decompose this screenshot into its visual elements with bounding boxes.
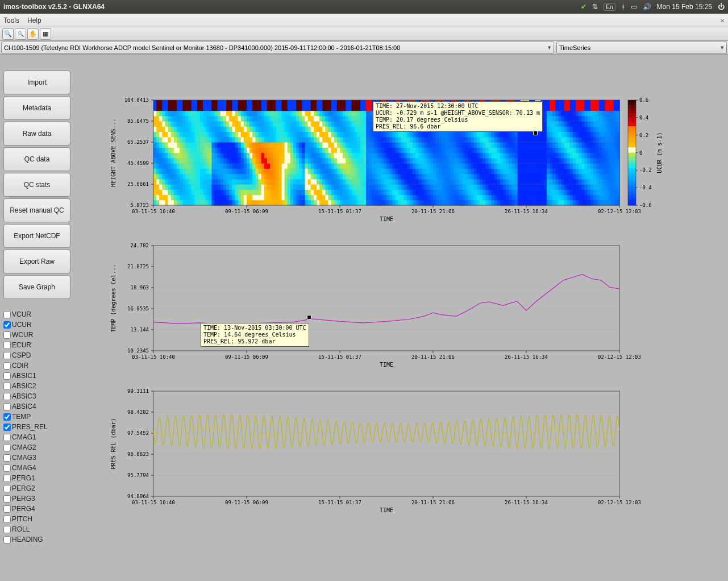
menu-tools[interactable]: Tools [3,16,19,24]
variable-checkbox[interactable] [3,331,11,339]
variable-item-pres_rel[interactable]: PRES_REL [3,422,83,432]
variable-item-temp[interactable]: TEMP [3,412,83,422]
variable-item-absic2[interactable]: ABSIC2 [3,381,83,391]
svg-rect-2623 [535,184,538,190]
zoom-in-icon[interactable]: 🔍 [2,28,14,40]
svg-rect-2550 [523,147,527,153]
variable-item-pitch[interactable]: PITCH [3,514,83,524]
variable-checkbox[interactable] [3,434,11,441]
svg-rect-1075 [308,121,311,127]
qc-data-button[interactable]: QC data [3,147,70,171]
variable-checkbox[interactable] [3,311,11,318]
variable-item-heading[interactable]: HEADING [3,534,83,545]
variable-item-perg2[interactable]: PERG2 [3,483,83,493]
variable-item-vcur[interactable]: VCUR [3,309,83,319]
variable-checkbox[interactable] [3,383,11,390]
variable-item-roll[interactable]: ROLL [3,524,83,534]
svg-rect-298 [194,105,198,111]
export-raw-button[interactable]: Export Raw [3,250,70,273]
menu-help[interactable]: Help [27,16,41,24]
svg-rect-3124 [608,179,611,185]
svg-rect-18 [153,105,157,111]
svg-rect-2380 [500,200,504,206]
svg-rect-1156 [319,116,323,122]
svg-rect-748 [261,158,265,164]
svg-rect-2608 [532,158,535,164]
variable-item-absic3[interactable]: ABSIC3 [3,391,83,401]
variable-checkbox[interactable] [3,362,11,370]
svg-rect-599 [238,100,242,106]
svg-rect-2908 [576,158,579,164]
variable-item-ecur[interactable]: ECUR [3,340,83,350]
svg-rect-3157 [611,111,614,117]
svg-rect-2880 [573,200,576,206]
svg-rect-1242 [334,189,338,195]
variable-item-perg4[interactable]: PERG4 [3,504,83,514]
svg-rect-1468 [366,158,369,164]
svg-rect-956 [290,116,294,122]
variable-checkbox[interactable] [3,485,11,492]
variable-checkbox[interactable] [3,413,11,421]
variable-checkbox[interactable] [3,536,11,543]
variable-checkbox[interactable] [3,424,11,431]
variable-item-wcur[interactable]: WCUR [3,330,83,340]
variable-checkbox[interactable] [3,495,11,503]
variable-checkbox[interactable] [3,372,11,380]
variable-item-cmag2[interactable]: CMAG2 [3,442,83,453]
reset-qc-button[interactable]: Reset manual QC [3,198,70,222]
variable-item-cmag4[interactable]: CMAG4 [3,463,83,473]
svg-rect-799 [267,100,271,106]
variable-item-ucur[interactable]: UCUR [3,319,83,330]
variable-checkbox[interactable] [3,444,11,451]
svg-rect-2465 [511,174,515,180]
save-graph-button[interactable]: Save Graph [3,275,70,299]
variable-checkbox[interactable] [3,505,11,513]
variable-checkbox[interactable] [3,342,11,349]
svg-rect-1098 [311,105,314,111]
svg-rect-2871 [570,142,573,148]
variable-checkbox[interactable] [3,526,11,533]
svg-rect-656 [247,116,250,122]
svg-rect-1366 [352,168,355,174]
svg-rect-808 [270,158,273,164]
svg-rect-2816 [561,116,565,122]
dataset-dropdown[interactable]: CH100-1509 (Teledyne RDI Workhorse ADCP … [1,42,554,54]
svg-rect-1099 [311,100,314,106]
qc-stats-button[interactable]: QC stats [3,173,70,197]
variable-checkbox[interactable] [3,464,11,472]
svg-rect-890 [282,147,285,153]
svg-rect-1288 [340,158,343,164]
svg-rect-1845 [422,174,425,180]
variable-item-cmag3[interactable]: CMAG3 [3,453,83,463]
variable-item-perg3[interactable]: PERG3 [3,493,83,504]
data-cursor-icon[interactable]: ▦ [40,28,51,40]
svg-rect-1806 [415,168,419,174]
svg-rect-949 [290,153,294,159]
variable-item-cmag1[interactable]: CMAG1 [3,432,83,442]
variable-checkbox[interactable] [3,403,11,410]
variable-item-cdir[interactable]: CDIR [3,360,83,371]
raw-data-button[interactable]: Raw data [3,122,70,146]
import-button[interactable]: Import [3,70,70,94]
svg-rect-1040 [305,200,309,206]
variable-checkbox[interactable] [3,321,11,329]
variable-checkbox[interactable] [3,475,11,482]
variable-item-perg1[interactable]: PERG1 [3,473,83,483]
variable-checkbox[interactable] [3,516,11,523]
close-icon[interactable]: ✕ [720,18,725,24]
variable-item-absic4[interactable]: ABSIC4 [3,401,83,412]
zoom-out-icon[interactable]: 🔍 [15,28,26,40]
variable-item-absic1[interactable]: ABSIC1 [3,371,83,381]
svg-rect-1425 [360,174,364,180]
variable-checkbox[interactable] [3,454,11,462]
svg-rect-3048 [596,158,600,164]
variable-item-cspd[interactable]: CSPD [3,350,83,360]
variable-checkbox[interactable] [3,352,11,359]
pan-icon[interactable]: ✋ [27,28,39,40]
svg-text:09-11-15 06:09: 09-11-15 06:09 [225,354,268,360]
export-netcdf-button[interactable]: Export NetCDF [3,224,70,248]
metadata-button[interactable]: Metadata [3,96,70,120]
svg-rect-333 [200,132,203,138]
variable-checkbox[interactable] [3,393,11,400]
view-dropdown[interactable]: TimeSeries ▾ [556,42,727,54]
